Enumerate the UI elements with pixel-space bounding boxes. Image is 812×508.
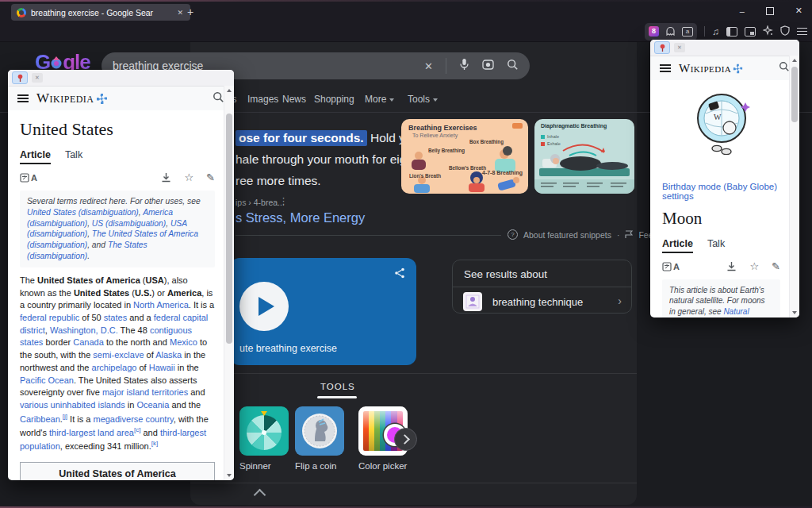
wikipedia-logo[interactable]: Wikipedia — [679, 62, 743, 75]
coin-icon — [295, 406, 344, 456]
wiki-link[interactable]: US (disambiguation) — [92, 219, 166, 228]
download-icon[interactable] — [726, 261, 737, 271]
legend-inhale-swatch — [541, 135, 545, 139]
minimize-button[interactable]: – — [740, 6, 745, 16]
chevron-down-icon — [433, 98, 438, 102]
wikipedia-logo[interactable]: Wikipedia — [36, 90, 108, 106]
wiki-link[interactable]: semi-exclave — [93, 350, 144, 360]
wiki-link[interactable]: states — [104, 313, 127, 322]
search-submit-icon[interactable] — [507, 59, 519, 74]
about-featured-snippets-link[interactable]: About featured snippets — [523, 230, 611, 240]
picture-in-picture-icon[interactable] — [745, 27, 756, 37]
baby-globe-image[interactable]: W ?! — [690, 90, 753, 158]
app-menu-icon[interactable] — [797, 31, 807, 33]
maximize-button[interactable] — [766, 7, 774, 15]
popup-scrollbar[interactable] — [224, 86, 234, 480]
scrollbar-thumb[interactable] — [791, 67, 798, 122]
popup-close-button[interactable]: ✕ — [32, 73, 43, 83]
infobox-title: United States of America — [21, 463, 214, 480]
pin-button[interactable] — [654, 41, 670, 54]
tab-more[interactable]: More — [365, 94, 394, 105]
language-icon[interactable]: A — [20, 173, 37, 183]
tab-talk[interactable]: Talk — [65, 149, 82, 164]
wiki-link[interactable]: Washington, D.C. — [50, 325, 118, 335]
watch-star-icon[interactable]: ☆ — [184, 171, 193, 183]
edit-lock-icon[interactable]: ✎ — [772, 260, 780, 272]
wiki-link[interactable]: United States (disambiguation) — [27, 208, 139, 217]
video-result-card[interactable]: ute breathing exercise — [230, 258, 416, 365]
tab-article[interactable]: Article — [20, 149, 51, 164]
tools-tab[interactable]: TOOLS — [320, 382, 355, 391]
lens-search-icon[interactable] — [482, 59, 494, 74]
tab-talk[interactable]: Talk — [707, 238, 725, 253]
wiki-link[interactable]: Pacific Ocean — [20, 375, 74, 385]
download-icon[interactable] — [161, 172, 171, 183]
tab-shopping[interactable]: Shopping — [314, 94, 354, 105]
text-run: Several terms redirect here. For other u… — [27, 197, 201, 206]
text-run: in the — [175, 363, 199, 372]
see-results-item[interactable]: breathing technique — [492, 296, 583, 308]
wiki-link[interactable]: Caribbean — [20, 414, 60, 423]
scroll-down-arrow[interactable] — [792, 311, 797, 314]
watch-star-icon[interactable]: ☆ — [749, 260, 759, 272]
window-top-accent — [0, 0, 812, 2]
hatnote: Several terms redirect here. For other u… — [20, 190, 215, 267]
hamburger-menu-icon[interactable] — [660, 64, 671, 72]
clear-search-icon[interactable]: ✕ — [424, 60, 433, 72]
tab-news[interactable]: News — [282, 94, 306, 105]
voice-search-icon[interactable] — [459, 58, 469, 74]
text-run: and — [188, 387, 205, 397]
wiki-link[interactable]: Oceania — [136, 400, 169, 410]
sparkle-icon[interactable] — [763, 25, 773, 39]
carousel-next-button[interactable] — [394, 428, 417, 451]
wiki-link[interactable]: Hawaii — [149, 363, 175, 372]
wiki-link[interactable]: Mexico — [170, 337, 197, 347]
tab-tools[interactable]: Tools — [408, 94, 438, 105]
wiki-link[interactable]: third-largest land area — [49, 428, 134, 437]
breathing-technique-thumbnail[interactable] — [463, 292, 482, 311]
extension-avatar-icon[interactable]: 8 — [649, 26, 659, 37]
tab-close-icon[interactable]: ✕ — [175, 8, 185, 17]
browser-tab[interactable]: breathing exercise - Google Sear ✕ — [11, 4, 190, 21]
image-result-diaphragmatic-breathing[interactable]: Diaphragmatic Breathing Inhale Exhale — [534, 119, 634, 194]
tab-strip: breathing exercise - Google Sear ✕ + – ✕ — [0, 2, 812, 22]
scroll-down-arrow[interactable] — [227, 474, 232, 477]
result-options-icon[interactable]: ⋮ — [279, 196, 288, 206]
wiki-link[interactable]: North America — [133, 300, 189, 310]
scroll-up-arrow[interactable] — [227, 89, 232, 92]
popup-close-button[interactable]: ✕ — [674, 43, 685, 52]
result-title-link[interactable]: s Stress, More Energy — [236, 210, 365, 225]
search-icon[interactable] — [779, 61, 790, 75]
extensions-ghost-icon[interactable] — [665, 25, 676, 39]
play-button[interactable] — [239, 282, 289, 331]
wiki-link[interactable]: federal republic — [20, 313, 79, 322]
wiki-link[interactable]: Alaska — [155, 350, 182, 360]
shield-icon[interactable] — [780, 25, 790, 39]
wiki-link[interactable]: Canada — [73, 337, 104, 347]
scroll-up-arrow[interactable] — [792, 59, 797, 62]
wiki-link[interactable]: various uninhabited islands — [20, 400, 125, 410]
wiki-link[interactable]: major island territories — [102, 387, 188, 397]
edit-lock-icon[interactable]: ✎ — [206, 171, 215, 183]
popup-scrollbar[interactable] — [789, 56, 799, 318]
language-icon[interactable]: A — [662, 262, 680, 271]
tab-article[interactable]: Article — [662, 238, 693, 253]
spinner-tool-tile[interactable] — [239, 406, 289, 456]
wiki-link[interactable]: megadiverse country — [93, 414, 173, 423]
scrollbar-thumb[interactable] — [226, 114, 232, 344]
sidebar-icon[interactable] — [726, 27, 737, 37]
flip-coin-tool-tile[interactable] — [295, 406, 344, 456]
share-icon[interactable] — [394, 267, 405, 282]
reader-icon[interactable]: a — [682, 27, 693, 37]
music-icon[interactable]: ♫ — [712, 26, 719, 37]
pin-button[interactable] — [12, 71, 28, 84]
window-close-button[interactable]: ✕ — [795, 6, 802, 16]
new-tab-button[interactable]: + — [187, 6, 193, 18]
birthday-mode-settings-link[interactable]: Birthday mode (Baby Globe) settings — [662, 182, 780, 201]
image-result-breathing-exercises[interactable]: Breathing Exercises To Relieve Anxiety B… — [401, 119, 528, 194]
search-icon[interactable] — [213, 91, 224, 106]
wiki-link[interactable]: [k] — [151, 440, 158, 447]
wiki-link[interactable]: archipelago — [92, 363, 137, 372]
hamburger-menu-icon[interactable] — [17, 94, 29, 102]
tab-images[interactable]: Images — [247, 94, 278, 105]
